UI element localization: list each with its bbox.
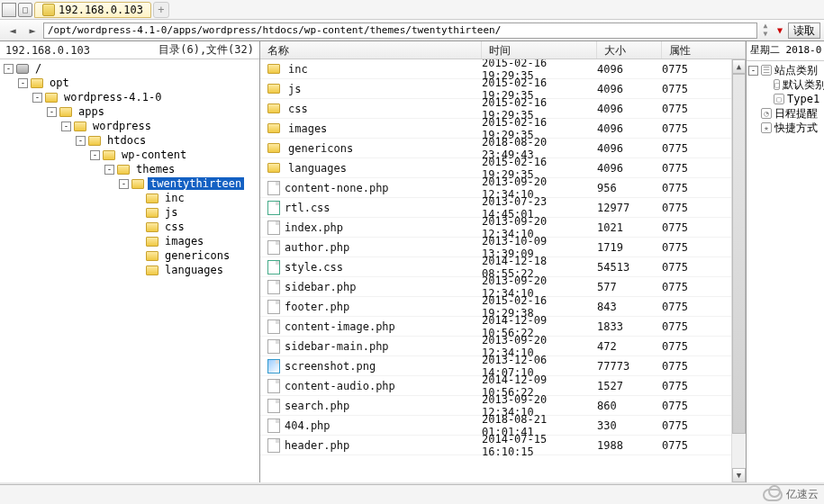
col-attr[interactable]: 属性 [662,41,746,58]
folder-icon [131,179,144,189]
col-size[interactable]: 大小 [597,41,662,58]
tree-node[interactable]: images [0,234,259,248]
tree-node[interactable]: js [0,205,259,220]
folder-icon [267,163,280,173]
tree-toggle-icon[interactable]: - [18,78,28,88]
tree-toggle-icon[interactable] [133,222,143,232]
file-name: screenshot.png [285,360,376,373]
tree-label[interactable]: twentythirteen [148,177,244,190]
tree-toggle-icon[interactable]: - [4,64,14,74]
counts-label: 目录(6),文件(32) [158,42,254,58]
tree-label[interactable]: themes [133,163,177,176]
tree-node[interactable]: -wp-content [0,148,259,162]
folder-icon [267,104,280,113]
tree-toggle-icon[interactable]: - [76,136,86,146]
file-name: content-audio.php [285,380,395,392]
path-stepper[interactable]: ▲▼ [759,22,772,39]
tree-label[interactable]: inc [162,192,187,204]
tree-label[interactable]: opt [47,76,72,89]
scroll-thumb[interactable] [732,74,746,434]
tree-label[interactable]: wp-content [119,148,189,161]
file-icon [267,339,280,354]
tree-toggle-icon[interactable]: - [47,107,57,117]
directory-tree[interactable]: -/-opt-wordpress-4.1-0-apps-wordpress-ht… [0,59,259,482]
file-size: 1719 [597,241,662,254]
file-size: 1988 [597,439,662,452]
connection-tab[interactable]: 192.168.0.103 [34,2,151,18]
window-icon[interactable] [2,3,16,17]
tree-toggle-icon[interactable]: - [748,66,758,76]
file-row[interactable]: header.php2014-07-15 16:10:1519880775 [260,436,746,455]
tree-label[interactable]: languages [162,264,226,276]
tree-label[interactable]: wordpress [90,120,154,132]
folder-icon [146,266,158,275]
back-button[interactable]: ◄ [4,22,22,39]
folder-icon [267,143,280,153]
tree-toggle-icon[interactable] [133,208,143,218]
forward-button[interactable]: ► [23,22,41,39]
file-icon [267,220,280,235]
file-name: content-image.php [285,320,395,333]
right-tree-item[interactable]: -☰站点类别 [748,63,822,77]
read-button[interactable]: 读取 [788,22,820,39]
tree-toggle-icon[interactable] [133,194,143,203]
tree-toggle-icon[interactable]: - [90,150,100,160]
file-name: content-none.php [285,182,389,194]
tree-node[interactable]: -wordpress-4.1-0 [0,90,259,104]
tree-toggle-icon[interactable] [133,251,143,261]
tree-toggle-icon[interactable] [133,237,143,247]
tree-toggle-icon[interactable]: - [104,165,114,175]
right-tree[interactable]: -☰站点类别▢默认类别▢Type1◔日程提醒★快捷方式 [747,61,824,137]
file-icon [267,379,280,393]
tree-toggle-icon[interactable]: - [61,122,71,131]
file-icon [267,181,280,195]
right-tree-item[interactable]: ◔日程提醒 [748,106,822,121]
tree-node[interactable]: -wordpress [0,119,259,133]
tree-label[interactable]: genericons [162,249,232,262]
col-time[interactable]: 时间 [482,41,597,58]
pin-icon[interactable]: □ [18,3,32,17]
file-name: sidebar-main.php [285,340,389,353]
folder-icon [267,123,280,133]
tree-node[interactable]: -themes [0,162,259,176]
tree-label[interactable]: css [162,220,187,233]
col-name[interactable]: 名称 [260,41,482,58]
tree-label[interactable]: apps [76,105,107,118]
tree-node[interactable]: -htdocs [0,133,259,148]
tree-label[interactable]: wordpress-4.1-0 [61,91,164,104]
right-tree-item[interactable]: ★快捷方式 [748,121,822,135]
tree-label[interactable]: js [162,206,180,219]
file-icon [267,418,280,433]
left-pane: 192.168.0.103 目录(6),文件(32) -/-opt-wordpr… [0,41,260,482]
tree-label[interactable]: / [32,62,44,75]
tree-node[interactable]: css [0,220,259,234]
vertical-scrollbar[interactable]: ▲ ▼ [731,59,746,482]
tree-node[interactable]: -apps [0,104,259,119]
tree-node[interactable]: -twentythirteen [0,176,259,191]
file-size: 472 [597,340,662,353]
file-size: 1833 [597,320,662,333]
file-icon [267,201,280,215]
tree-node[interactable]: -/ [0,61,259,76]
tree-node[interactable]: languages [0,263,259,277]
host-label: 192.168.0.103 [5,44,158,57]
right-tree-item[interactable]: ▢默认类别 [748,77,822,92]
path-input[interactable]: /opt/wordpress-4.1-0/apps/wordpress/htdo… [43,22,757,39]
tree-node[interactable]: inc [0,191,259,205]
file-list[interactable]: inc2015-02-16 19:29:3540960775js2015-02-… [260,59,746,482]
column-header[interactable]: 名称 时间 大小 属性 [260,41,746,59]
scroll-down-icon[interactable]: ▼ [732,468,746,482]
tree-toggle-icon[interactable]: - [119,179,129,189]
tree-toggle-icon[interactable] [133,266,143,275]
scroll-up-icon[interactable]: ▲ [732,59,746,74]
right-tree-item[interactable]: ▢Type1 [748,92,822,106]
tree-toggle-icon[interactable]: - [32,93,42,103]
path-dropdown-icon[interactable]: ▼ [774,25,786,35]
tree-label[interactable]: htdocs [104,134,149,147]
tree-node[interactable]: -opt [0,76,259,90]
tree-node[interactable]: genericons [0,248,259,263]
new-tab-button[interactable]: + [153,2,169,18]
file-name: search.php [285,400,349,412]
tree-label[interactable]: images [162,235,206,248]
folder-icon [45,93,58,103]
